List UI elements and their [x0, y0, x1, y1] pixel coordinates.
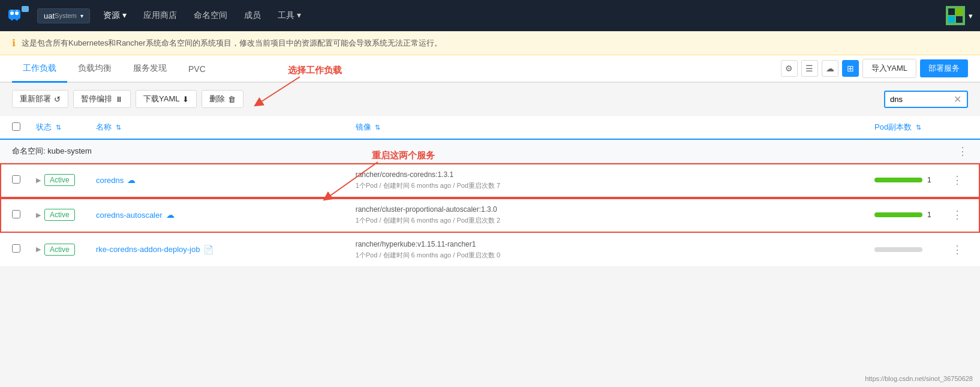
row2-more-button[interactable]: ⋮ [946, 208, 968, 221]
select-all-checkbox[interactable] [12, 122, 20, 131]
name-sort-icon[interactable]: ⇅ [116, 124, 121, 131]
row1-checkbox[interactable] [12, 175, 20, 184]
header-image: 镜像 ⇅ [356, 122, 874, 133]
row3-checkbox[interactable] [12, 244, 20, 253]
warning-text: 这是包含所有Kubernetes和Rancher系统命名空间的系统项目，修改当前… [22, 38, 442, 49]
row1-image-col: rancher/coredns-coredns:1.3.1 1个Pod / 创建… [356, 169, 874, 191]
row3-file-icon: 📄 [203, 245, 214, 254]
delete-button[interactable]: 删除 🗑 [202, 90, 244, 108]
redeploy-button[interactable]: 重新部署 ↺ [12, 90, 68, 108]
import-yaml-button[interactable]: 导入YAML [862, 59, 916, 78]
row1-checkbox-col [12, 175, 36, 185]
workload-row-rke-coredns: ▶ Active rke-coredns-addon-deploy-job 📄 … [0, 233, 980, 268]
tab-workload[interactable]: 工作负载 [12, 56, 67, 83]
tab-loadbalance[interactable]: 负载均衡 [67, 56, 122, 83]
svg-rect-3 [11, 17, 13, 20]
row1-pod-col: 1 [874, 176, 946, 184]
row1-pod-bar [874, 178, 922, 182]
row2-name-label: coredns-autoscaler [96, 211, 163, 220]
download-yaml-button[interactable]: 下载YAML ⬇ [136, 90, 197, 108]
pause-label: 暂停编排 [81, 94, 112, 104]
row3-name-col[interactable]: rke-coredns-addon-deploy-job 📄 [96, 245, 356, 254]
table-header-row: 状态 ⇅ 名称 ⇅ 镜像 ⇅ Pod副本数 ⇅ [0, 116, 980, 140]
view-icon-cloud[interactable]: ☁ [822, 60, 838, 77]
nav-item-namespace[interactable]: 命名空间 [185, 7, 236, 25]
rancher-logo-icon [7, 5, 31, 26]
svg-rect-4 [16, 17, 18, 20]
name-header-label: 名称 [96, 122, 112, 131]
delete-label: 删除 [209, 94, 225, 104]
header-checkbox-col [12, 122, 36, 133]
row3-more-button[interactable]: ⋮ [946, 243, 968, 256]
row1-image-meta: 1个Pod / 创建时间 6 months ago / Pod重启次数 7 [356, 181, 874, 191]
row1-expand-arrow[interactable]: ▶ [36, 176, 41, 184]
row2-checkbox[interactable] [12, 210, 20, 218]
row1-name-label: coredns [96, 176, 124, 185]
tabs-row: 工作负载 负载均衡 服务发现 PVC ⚙ ☰ ☁ ⊞ 导入YAML 部署服务 [0, 55, 980, 83]
system-label: uat [44, 11, 55, 20]
row2-cloud-icon: ☁ [166, 210, 175, 220]
nav-logo [7, 5, 35, 26]
row2-name-col[interactable]: coredns-autoscaler ☁ [96, 210, 356, 220]
row3-image-col: rancher/hyperkube:v1.15.11-rancher1 1个Po… [356, 239, 874, 261]
row3-checkbox-col [12, 244, 36, 254]
deploy-button[interactable]: 部署服务 [920, 59, 968, 77]
nav-dropdown-arrow[interactable]: ▾ [969, 11, 973, 20]
tab-service-discovery[interactable]: 服务发现 [122, 56, 178, 83]
row1-name-col[interactable]: coredns ☁ [96, 175, 356, 185]
row3-name-label: rke-coredns-addon-deploy-job [96, 245, 200, 254]
row1-image-name: rancher/coredns-coredns:1.3.1 [356, 169, 874, 181]
header-name: 名称 ⇅ [96, 122, 356, 133]
system-caret-icon: ▾ [80, 13, 83, 19]
system-sub: System [55, 12, 77, 19]
warning-banner: ℹ 这是包含所有Kubernetes和Rancher系统命名空间的系统项目，修改… [0, 31, 980, 55]
pause-button[interactable]: 暂停编排 ⏸ [73, 90, 131, 108]
row1-cloud-icon: ☁ [127, 175, 136, 185]
row3-pod-col [874, 247, 946, 252]
nav-item-resources[interactable]: 资源 ▾ [95, 7, 135, 25]
image-sort-icon[interactable]: ⇅ [375, 124, 380, 131]
row2-image-meta: 1个Pod / 创建时间 6 months ago / Pod重启次数 2 [356, 215, 874, 226]
search-box: ✕ [884, 91, 968, 108]
workload-row-coredns-autoscaler: ▶ Active coredns-autoscaler ☁ rancher/cl… [0, 198, 980, 233]
header-status: 状态 ⇅ [36, 122, 96, 133]
system-dropdown-button[interactable]: uat System ▾ [37, 8, 90, 23]
nav-items: 资源 ▾ 应用商店 命名空间 成员 工具 ▾ [95, 7, 946, 25]
row3-expand-arrow[interactable]: ▶ [36, 245, 41, 253]
search-clear-button[interactable]: ✕ [954, 94, 961, 105]
nav-item-tools[interactable]: 工具 ▾ [269, 7, 309, 25]
nav-item-members[interactable]: 成员 [236, 7, 269, 25]
pod-count-header-label: Pod副本数 [874, 122, 912, 131]
table-wrapper: 状态 ⇅ 名称 ⇅ 镜像 ⇅ Pod副本数 ⇅ 命名空间: kube-syste… [0, 116, 980, 267]
search-input[interactable] [890, 95, 950, 104]
nav-item-appstore[interactable]: 应用商店 [135, 7, 185, 25]
row1-more-button[interactable]: ⋮ [946, 173, 968, 187]
namespace-more-button[interactable]: ⋮ [957, 145, 968, 158]
row2-expand-arrow[interactable]: ▶ [36, 211, 41, 219]
row2-pod-count: 1 [927, 211, 931, 219]
view-icon-list[interactable]: ☰ [801, 60, 818, 77]
row3-status-badge: Active [44, 244, 75, 256]
workload-row-coredns: ▶ Active coredns ☁ rancher/coredns-cored… [0, 163, 980, 198]
pod-count-sort-icon[interactable]: ⇅ [916, 124, 921, 131]
status-sort-icon[interactable]: ⇅ [56, 124, 61, 131]
view-icon-settings[interactable]: ⚙ [781, 60, 798, 77]
image-header-label: 镜像 [356, 122, 371, 131]
svg-point-5 [11, 10, 13, 12]
row3-image-meta: 1个Pod / 创建时间 6 months ago / Pod重启次数 0 [356, 250, 874, 261]
svg-rect-0 [8, 10, 20, 19]
status-header-label: 状态 [36, 122, 52, 131]
row2-image-col: rancher/cluster-proportional-autoscaler:… [356, 204, 874, 226]
view-icon-grid[interactable]: ⊞ [842, 60, 859, 77]
row1-status-col: ▶ Active [36, 174, 96, 186]
svg-point-6 [16, 10, 18, 12]
header-pod-count: Pod副本数 ⇅ [874, 122, 946, 133]
warning-icon: ℹ [12, 37, 16, 49]
namespace-label: 命名空间: kube-system [12, 146, 92, 157]
top-nav: uat System ▾ 资源 ▾ 应用商店 命名空间 成员 工具 ▾ ▾ [0, 0, 980, 31]
user-avatar[interactable] [946, 6, 965, 25]
tab-pvc[interactable]: PVC [178, 57, 217, 83]
page-wrapper: uat System ▾ 资源 ▾ 应用商店 命名空间 成员 工具 ▾ ▾ ℹ … [0, 0, 980, 267]
redeploy-icon: ↺ [54, 95, 61, 104]
row3-status-col: ▶ Active [36, 244, 96, 256]
